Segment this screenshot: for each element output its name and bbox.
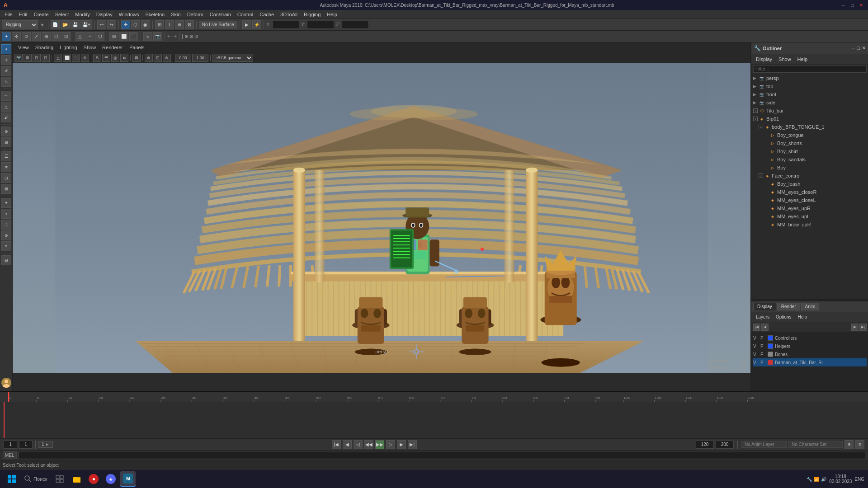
- misc-btn1[interactable]: ⊟: [1, 255, 11, 265]
- save-as-button[interactable]: 💾+: [80, 20, 92, 29]
- lang-indicator[interactable]: ENG: [854, 477, 864, 482]
- layers-btn[interactable]: ☰: [1, 151, 11, 161]
- vpt-value2[interactable]: [192, 54, 208, 62]
- prev-key-button[interactable]: ◁: [354, 440, 363, 449]
- close-button[interactable]: ✕: [858, 2, 864, 8]
- curve-tool-left[interactable]: 〰: [1, 91, 11, 101]
- discord-taskbar[interactable]: ◈: [103, 471, 118, 487]
- menu-3dtoall[interactable]: 3DToAll: [278, 11, 300, 18]
- select-tool-btn[interactable]: ✚: [121, 20, 130, 29]
- start-frame-input[interactable]: [4, 441, 17, 449]
- vpt-mb[interactable]: ≋: [120, 54, 128, 62]
- menu-cache[interactable]: Cache: [257, 11, 277, 18]
- current-frame-input[interactable]: [19, 441, 33, 449]
- vpt-light-q[interactable]: ⊕: [81, 54, 89, 62]
- maya-taskbar[interactable]: M: [120, 471, 136, 487]
- outliner-minimize[interactable]: ─: [852, 45, 855, 51]
- vpt-value1[interactable]: [175, 54, 191, 62]
- vpt-dof[interactable]: ◎: [111, 54, 119, 62]
- mode-dropdown[interactable]: Rigging: [2, 20, 38, 29]
- end-frame2-input[interactable]: [716, 441, 734, 449]
- timeline-ruler[interactable]: 1 5 10 15 20 25 30 35: [0, 392, 868, 402]
- open-file-button[interactable]: 📂: [61, 20, 70, 29]
- end-frame1-input[interactable]: [696, 441, 714, 449]
- tree-item-eyes-closeL[interactable]: ◈ MM_eyes_closeL: [751, 196, 868, 204]
- frame-box[interactable]: 1: [38, 441, 53, 448]
- wire-btn[interactable]: ⬜: [119, 32, 128, 41]
- tree-item-front[interactable]: ▶ 📷 front: [751, 90, 868, 99]
- outliner-close[interactable]: ✕: [862, 45, 866, 51]
- paint-select-btn[interactable]: ◉: [141, 20, 150, 29]
- select-tool-left[interactable]: ✦: [1, 44, 11, 54]
- show-manip-btn[interactable]: ⊡: [61, 32, 71, 41]
- vpt-filmgate[interactable]: ⊞: [24, 54, 32, 62]
- char-set-display[interactable]: No Character Set: [788, 441, 843, 448]
- expand-bip01[interactable]: +: [753, 117, 758, 121]
- task-view-button[interactable]: [52, 471, 68, 487]
- menu-skeleton[interactable]: Skeleton: [142, 11, 167, 18]
- poly-tool-left[interactable]: △: [1, 102, 11, 112]
- rotate-btn[interactable]: ↺: [22, 32, 31, 41]
- dynamics-btn[interactable]: ≈: [1, 209, 11, 219]
- camera-btn[interactable]: 📷: [153, 32, 162, 41]
- mel-input[interactable]: [19, 452, 865, 459]
- app1-taskbar[interactable]: ●: [86, 471, 101, 487]
- next-key-button[interactable]: ▷: [386, 440, 395, 449]
- new-file-button[interactable]: 📄: [51, 20, 60, 29]
- vpt-gamma[interactable]: sRGB gamma: [212, 54, 253, 62]
- menu-deform[interactable]: Deform: [184, 11, 206, 18]
- layer-tab-anim[interactable]: Anim: [801, 303, 820, 310]
- outliner-menu-show[interactable]: Show: [776, 56, 794, 63]
- menu-skin[interactable]: Skin: [168, 11, 183, 18]
- rotate-tool-left[interactable]: ↺: [1, 66, 11, 76]
- vp-menu-show[interactable]: Show: [81, 44, 99, 51]
- menu-select[interactable]: Select: [52, 11, 72, 18]
- layer-sub-layers[interactable]: Layers: [753, 314, 772, 320]
- coord-y-input[interactable]: [307, 21, 334, 29]
- tree-item-leash[interactable]: ◈ Boy_leash: [751, 180, 868, 188]
- menu-control[interactable]: Control: [235, 11, 256, 18]
- layer-nav-next-end[interactable]: ▶|: [859, 324, 867, 331]
- layer-row-controllers[interactable]: V P Controllers: [753, 334, 867, 342]
- tree-item-tikibar[interactable]: + ⬡ Tiki_bar: [751, 107, 868, 115]
- menu-edit[interactable]: Edit: [16, 11, 30, 18]
- menu-file[interactable]: File: [2, 11, 15, 18]
- coord-x-input[interactable]: [272, 21, 299, 29]
- snap-surface-btn[interactable]: ⊠: [185, 20, 194, 29]
- clock[interactable]: 18:18 02.02.2023: [829, 474, 852, 484]
- outliner-float[interactable]: □: [857, 45, 860, 51]
- smooth-btn[interactable]: ⬛: [129, 32, 138, 41]
- snap-view-btn[interactable]: ⊟: [109, 32, 118, 41]
- tree-item-top[interactable]: ▶ 📷 top: [751, 82, 868, 90]
- next-frame-button[interactable]: ▶: [397, 440, 406, 449]
- vpt-isolate[interactable]: ⊛: [145, 54, 153, 62]
- vp-menu-shading[interactable]: Shading: [33, 44, 56, 51]
- tree-item-body[interactable]: + ◈ body_BFB_TONGUE_1: [751, 123, 868, 131]
- menu-rigging[interactable]: Rigging: [301, 11, 323, 18]
- snap-left[interactable]: ⊞: [1, 137, 11, 147]
- vp-menu-panels[interactable]: Panels: [127, 44, 147, 51]
- select-btn[interactable]: ✦: [2, 32, 11, 41]
- anim-layer-display[interactable]: No Anim Layer: [741, 441, 787, 448]
- save-file-button[interactable]: 💾: [71, 20, 80, 29]
- layer-sub-help[interactable]: Help: [795, 314, 810, 320]
- last-tool-btn[interactable]: ⊞: [42, 32, 51, 41]
- tree-item-tongue[interactable]: ▷ Boy_tongue: [751, 131, 868, 139]
- outliner-menu-display[interactable]: Display: [753, 56, 775, 63]
- scale-btn[interactable]: ⤢: [32, 32, 41, 41]
- play-forward-button[interactable]: ▶▶: [375, 440, 384, 449]
- poly-btn[interactable]: △: [75, 32, 85, 41]
- quick-sel-left[interactable]: ⊕: [1, 127, 11, 136]
- layer-sub-options[interactable]: Options: [773, 314, 794, 320]
- tree-item-boy[interactable]: ▷ Boy: [751, 164, 868, 172]
- vpt-resolution[interactable]: ⊡: [33, 54, 41, 62]
- snap-curve-btn[interactable]: ⌇: [165, 20, 174, 29]
- menu-windows[interactable]: Windows: [116, 11, 142, 18]
- char-set-icon1[interactable]: ⊕: [844, 440, 854, 449]
- layer-tab-render[interactable]: Render: [777, 303, 800, 310]
- vpt-xray-active[interactable]: ⊜: [163, 54, 171, 62]
- nhair-btn[interactable]: ≡: [1, 241, 11, 251]
- paint-tool-left[interactable]: 🖌: [1, 113, 11, 122]
- char-set-icon2[interactable]: ⊠: [855, 440, 864, 449]
- goto-start-button[interactable]: |◀: [332, 440, 341, 449]
